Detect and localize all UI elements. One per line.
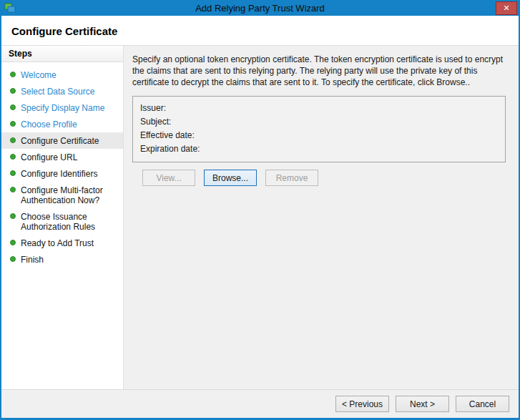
step-configure-identifiers: Configure Identifiers — [1, 165, 123, 182]
cert-field-subject: Subject: — [140, 115, 496, 129]
title-bar[interactable]: Add Relying Party Trust Wizard ✕ — [1, 0, 519, 16]
window-title: Add Relying Party Trust Wizard — [1, 3, 519, 14]
step-bullet-icon — [10, 104, 16, 110]
step-bullet-icon — [10, 137, 16, 143]
next-button[interactable]: Next > — [396, 396, 449, 412]
step-bullet-icon — [10, 72, 16, 77]
certificate-details-box: Issuer: Subject: Effective date: Expirat… — [132, 96, 506, 162]
page-header: Configure Certificate — [1, 16, 519, 46]
step-bullet-icon — [10, 154, 16, 160]
step-label: Choose Issuance Authorization Rules — [21, 212, 112, 232]
step-bullet-icon — [10, 240, 16, 245]
page-title: Configure Certificate — [11, 25, 507, 37]
step-bullet-icon — [10, 121, 16, 127]
step-label: Select Data Source — [21, 87, 94, 97]
step-label: Finish — [21, 255, 44, 265]
close-button[interactable]: ✕ — [496, 1, 517, 15]
step-label: Configure URL — [21, 152, 77, 162]
step-welcome: Welcome — [1, 67, 123, 83]
step-bullet-icon — [10, 187, 16, 192]
step-bullet-icon — [10, 170, 16, 176]
certificate-actions: View... Browse... Remove — [142, 170, 511, 186]
step-label: Ready to Add Trust — [21, 238, 94, 248]
step-bullet-icon — [10, 213, 16, 219]
step-label: Welcome — [21, 70, 57, 80]
step-choose-profile: Choose Profile — [1, 116, 123, 132]
wizard-footer: < Previous Next > Cancel — [1, 389, 519, 418]
step-label: Configure Certificate — [21, 136, 99, 146]
step-configure-certificate: Configure Certificate — [1, 132, 123, 149]
step-finish: Finish — [1, 251, 123, 268]
step-label: Choose Profile — [21, 119, 77, 130]
view-button[interactable]: View... — [142, 170, 195, 186]
step-bullet-icon — [10, 256, 16, 262]
wizard-window: Add Relying Party Trust Wizard ✕ Configu… — [0, 0, 520, 420]
step-select-data-source: Select Data Source — [1, 83, 123, 99]
window-body: Configure Certificate Steps Welcome Sele… — [1, 16, 519, 418]
steps-list: Welcome Select Data Source Specify Displ… — [1, 62, 123, 268]
steps-sidebar: Steps Welcome Select Data Source Specify… — [1, 46, 124, 389]
step-label: Specify Display Name — [21, 103, 104, 113]
steps-header: Steps — [1, 46, 123, 62]
description-text: Specify an optional token encryption cer… — [132, 54, 511, 88]
wizard-page-content: Specify an optional token encryption cer… — [124, 46, 519, 389]
app-icon — [4, 2, 16, 14]
previous-button[interactable]: < Previous — [335, 396, 389, 412]
cert-field-issuer: Issuer: — [140, 102, 496, 115]
step-bullet-icon — [10, 88, 16, 94]
cert-field-expiration-date: Expiration date: — [140, 142, 496, 156]
browse-button[interactable]: Browse... — [204, 170, 257, 186]
remove-button[interactable]: Remove — [265, 170, 318, 186]
step-configure-url: Configure URL — [1, 149, 123, 165]
step-label: Configure Multi-factor Authentication No… — [21, 185, 112, 205]
step-choose-issuance-rules: Choose Issuance Authorization Rules — [1, 208, 123, 235]
cert-field-effective-date: Effective date: — [140, 129, 496, 142]
step-label: Configure Identifiers — [21, 169, 97, 179]
step-specify-display-name: Specify Display Name — [1, 99, 123, 116]
step-configure-mfa: Configure Multi-factor Authentication No… — [1, 182, 123, 208]
step-ready-to-add-trust: Ready to Add Trust — [1, 235, 123, 251]
cancel-button[interactable]: Cancel — [456, 396, 509, 412]
